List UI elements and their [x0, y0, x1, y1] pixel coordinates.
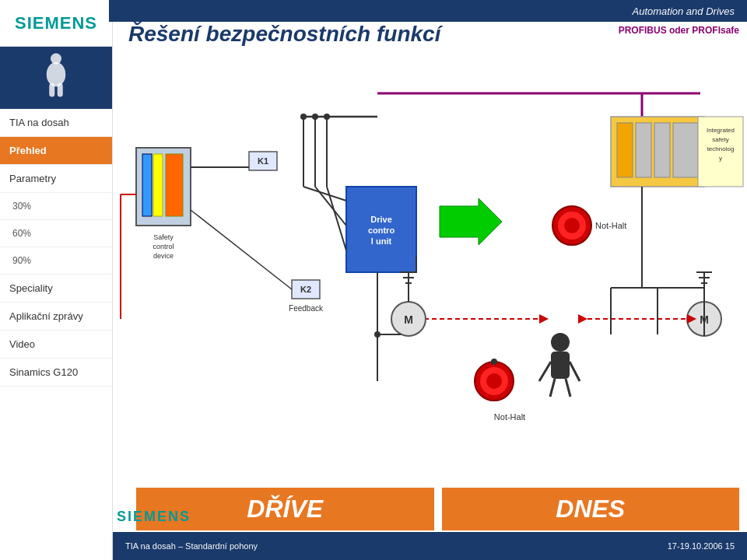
svg-line-78 — [539, 362, 551, 381]
sidebar-item-parametry[interactable]: Parametry — [0, 165, 112, 193]
svg-point-74 — [486, 373, 502, 389]
sidebar: SIEMENS TIA na dosah Přehled Parametry 3… — [0, 0, 113, 560]
svg-text:Feedback: Feedback — [289, 304, 324, 313]
svg-point-34 — [324, 114, 330, 120]
svg-point-48 — [564, 218, 580, 233]
svg-text:l unit: l unit — [371, 236, 392, 246]
bottom-bar: DŘÍVE DNES TIA na dosah – Standardní poh… — [113, 474, 747, 560]
sidebar-item-prehled[interactable]: Přehled — [0, 137, 112, 165]
brand-label: Automation and Drives — [632, 5, 735, 17]
person-icon — [33, 51, 79, 105]
bottom-labels: DŘÍVE DNES — [113, 488, 747, 530]
svg-marker-51 — [539, 314, 549, 324]
svg-text:K1: K1 — [258, 156, 268, 166]
footer-left-text: TIA na dosah – Standardní pohony — [125, 541, 258, 551]
sidebar-item-sinamics[interactable]: Sinamics G120 — [0, 359, 112, 387]
svg-rect-7 — [617, 123, 633, 177]
bottom-footer: TIA na dosah – Standardní pohony 17-19.1… — [113, 532, 747, 560]
svg-point-32 — [300, 114, 307, 120]
svg-rect-18 — [153, 154, 163, 216]
dnes-label: DNES — [556, 495, 625, 523]
svg-text:technolog: technolog — [707, 145, 735, 152]
sidebar-item-30[interactable]: 30% — [0, 193, 112, 220]
svg-rect-77 — [551, 352, 570, 379]
page-title: Řešení bezpečnostních funkcí — [128, 22, 440, 47]
svg-rect-10 — [673, 123, 698, 177]
siemens-bottom-logo: SIEMENS — [117, 509, 191, 525]
footer-right-text: 17-19.10.2006 15 — [668, 541, 735, 551]
svg-marker-66 — [578, 314, 587, 324]
sidebar-logo-area: SIEMENS — [0, 0, 112, 47]
svg-line-79 — [570, 362, 580, 381]
sidebar-person-image — [0, 47, 112, 109]
svg-rect-8 — [636, 123, 651, 177]
diagram-area: Integrated safety technolog y Safety con… — [113, 54, 747, 474]
svg-point-33 — [312, 114, 318, 120]
svg-line-44 — [327, 187, 346, 250]
svg-text:M: M — [404, 313, 413, 326]
svg-text:device: device — [153, 252, 174, 260]
svg-point-90 — [374, 331, 381, 338]
svg-line-71 — [191, 210, 292, 289]
svg-text:contro: contro — [368, 226, 395, 235]
profibus-label: PROFIBUS oder PROFIsafe — [619, 25, 739, 36]
svg-text:y: y — [719, 155, 722, 162]
svg-text:Integrated: Integrated — [707, 127, 735, 134]
svg-text:safety: safety — [712, 136, 728, 143]
svg-line-81 — [566, 379, 570, 397]
svg-line-43 — [315, 187, 346, 226]
svg-text:Safety: Safety — [153, 233, 174, 241]
drive-label: DŘÍVE — [247, 495, 323, 523]
svg-text:control: control — [153, 243, 174, 250]
bottom-right-label: DNES — [442, 488, 740, 530]
svg-text:Not-Halt: Not-Halt — [494, 412, 525, 422]
svg-rect-19 — [166, 154, 183, 216]
svg-text:K2: K2 — [300, 285, 311, 294]
svg-rect-3 — [58, 83, 63, 97]
svg-rect-2 — [49, 83, 54, 97]
svg-point-1 — [47, 62, 66, 87]
top-header: Automation and Drives — [109, 0, 747, 22]
sidebar-item-aplikacni[interactable]: Aplikační zprávy — [0, 303, 112, 331]
svg-rect-9 — [654, 123, 670, 177]
sidebar-item-tia[interactable]: TIA na dosah — [0, 109, 112, 137]
siemens-logo: SIEMENS — [15, 13, 97, 33]
svg-point-76 — [551, 333, 570, 352]
svg-point-91 — [491, 359, 497, 365]
diagram-svg: Integrated safety technolog y Safety con… — [113, 54, 747, 474]
sidebar-item-speciality[interactable]: Speciality — [0, 275, 112, 303]
svg-marker-45 — [440, 198, 502, 245]
svg-text:Not-Halt: Not-Halt — [595, 221, 626, 230]
sidebar-item-video[interactable]: Video — [0, 331, 112, 359]
sidebar-item-60[interactable]: 60% — [0, 220, 112, 247]
main-content: Automation and Drives Řešení bezpečnostn… — [113, 0, 747, 560]
svg-text:Drive: Drive — [370, 215, 392, 224]
svg-rect-17 — [142, 154, 152, 216]
svg-line-80 — [550, 379, 555, 397]
sidebar-item-90[interactable]: 90% — [0, 247, 112, 275]
